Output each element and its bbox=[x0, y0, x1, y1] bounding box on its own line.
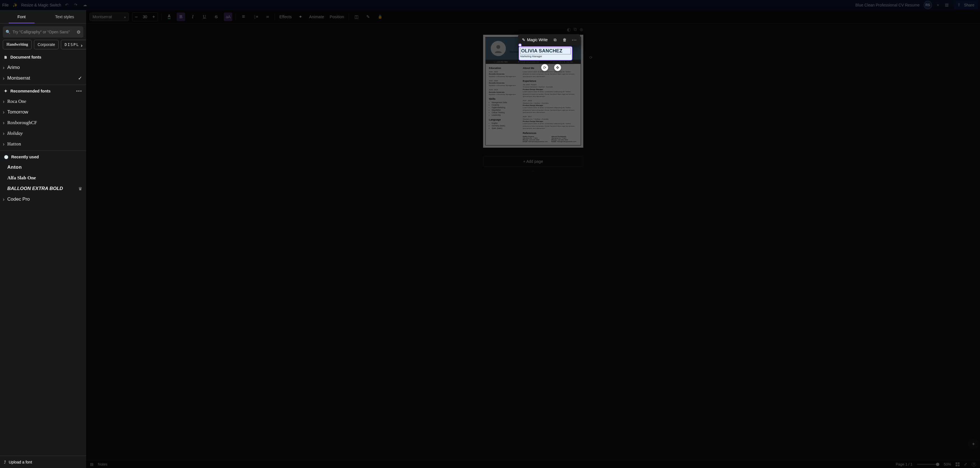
contact-address[interactable]: 123 Anywhere St., Any City bbox=[552, 61, 573, 63]
text-color-button[interactable] bbox=[165, 13, 173, 21]
fullscreen-icon[interactable] bbox=[964, 462, 967, 466]
zoom-knob[interactable] bbox=[936, 463, 939, 466]
transparency-button[interactable] bbox=[352, 13, 361, 21]
copy-style-button[interactable] bbox=[364, 13, 372, 21]
font-row[interactable]: RoxboroughCF bbox=[0, 117, 86, 128]
list-item[interactable]: Leadership bbox=[492, 114, 519, 116]
collapse-pages-icon[interactable]: ︿ bbox=[483, 168, 583, 173]
underline-button[interactable]: U bbox=[200, 13, 209, 21]
move-handle-button[interactable] bbox=[554, 64, 561, 71]
magic-write-button[interactable]: Magic Write bbox=[520, 38, 549, 42]
experience-entry[interactable]: 2015 - 2017 Wardiere Inc. I Sydney - Aus… bbox=[523, 116, 577, 130]
undo-icon[interactable] bbox=[65, 3, 70, 8]
list-item[interactable]: Germany (basic) bbox=[492, 125, 519, 127]
education-entry[interactable]: 2016 - 2020 Borcelle University Bachelor… bbox=[489, 79, 519, 87]
skills-list[interactable]: Management SkillsCreativityDigital Marke… bbox=[489, 102, 519, 116]
contact-email[interactable]: hello@reallygreatsite.com bbox=[520, 61, 539, 63]
insights-icon[interactable] bbox=[945, 3, 950, 8]
font-row[interactable]: Roca One bbox=[0, 96, 86, 107]
font-row[interactable]: Tomorrow bbox=[0, 107, 86, 117]
list-item[interactable]: Creativity bbox=[492, 104, 519, 106]
list-item[interactable]: Negotiation bbox=[492, 109, 519, 111]
document-title[interactable]: Blue Clean Professional CV Resume bbox=[856, 3, 920, 7]
font-row[interactable]: Alfa Slab One bbox=[0, 173, 86, 183]
list-item[interactable]: English bbox=[492, 122, 519, 124]
resume-avatar[interactable] bbox=[490, 41, 506, 56]
text-case-button[interactable]: aA bbox=[224, 13, 232, 21]
font-row[interactable]: Hatton bbox=[0, 139, 86, 149]
add-page-icon[interactable] bbox=[579, 27, 583, 32]
zoom-slider[interactable] bbox=[917, 464, 939, 465]
grid-view-icon[interactable] bbox=[956, 462, 959, 466]
expand-icon[interactable] bbox=[3, 197, 7, 202]
upload-font-button[interactable]: Upload a font bbox=[0, 456, 86, 468]
references-heading[interactable]: References bbox=[523, 132, 577, 135]
font-size-input[interactable] bbox=[140, 14, 150, 19]
expand-icon[interactable] bbox=[3, 65, 7, 71]
language-heading[interactable]: Language bbox=[489, 118, 519, 121]
font-row[interactable]: BALLOON EXTRA BOLD ♛ bbox=[0, 183, 86, 194]
bold-button[interactable]: B bbox=[177, 13, 185, 21]
skills-heading[interactable]: Skills bbox=[489, 98, 519, 100]
expand-icon[interactable] bbox=[3, 109, 7, 115]
expand-icon[interactable] bbox=[3, 131, 7, 136]
contact-phone[interactable]: +123-456-7890 bbox=[496, 61, 508, 63]
list-button[interactable] bbox=[251, 13, 259, 21]
education-entry[interactable]: 2014 - 2016 Borcelle University Bachelor… bbox=[489, 89, 519, 95]
font-family-select[interactable]: Montserrat bbox=[89, 13, 129, 21]
file-menu[interactable]: File bbox=[2, 3, 9, 7]
education-heading[interactable]: Education bbox=[489, 67, 519, 70]
experience-entry[interactable]: Jan 2022- Present Arowwai Industries I S… bbox=[523, 84, 577, 98]
invite-icon[interactable] bbox=[936, 3, 941, 8]
page-indicator[interactable]: Page 1 / 1 bbox=[896, 462, 912, 466]
experience-heading[interactable]: Experience bbox=[523, 79, 577, 82]
chip-display[interactable]: DISPLAY bbox=[61, 40, 89, 49]
font-row[interactable]: Montserrat ✓ bbox=[0, 73, 86, 84]
filter-icon[interactable] bbox=[76, 29, 81, 35]
cloud-sync-icon[interactable] bbox=[83, 3, 88, 8]
font-row[interactable]: Holiday bbox=[0, 128, 86, 139]
increase-size-button[interactable]: + bbox=[150, 13, 158, 21]
duplicate-icon[interactable] bbox=[551, 36, 559, 44]
list-item[interactable]: Critical Thinking bbox=[492, 111, 519, 114]
zoom-value[interactable]: 50% bbox=[944, 462, 951, 466]
expand-icon[interactable] bbox=[3, 75, 7, 81]
chips-next-icon[interactable] bbox=[79, 42, 84, 49]
font-search-input[interactable] bbox=[13, 30, 74, 34]
font-list-scroll[interactable]: Document fonts Arimo Montserrat ✓ Recomm… bbox=[0, 52, 86, 468]
resume-name-input[interactable]: OLIVIA SANCHEZ bbox=[520, 48, 571, 54]
font-row[interactable]: Arimo bbox=[0, 62, 86, 73]
refresh-icon[interactable] bbox=[589, 54, 593, 60]
chip-corporate[interactable]: Corporate bbox=[34, 40, 59, 49]
effects-button[interactable]: Effects bbox=[278, 14, 293, 19]
list-item[interactable]: Management Skills bbox=[492, 102, 519, 103]
help-icon[interactable] bbox=[972, 462, 976, 466]
rotate-handle-button[interactable] bbox=[541, 64, 548, 71]
notes-button[interactable]: Notes bbox=[98, 462, 107, 466]
expand-icon[interactable] bbox=[3, 120, 7, 126]
reference-entry[interactable]: Harumi Kobayashi Wardiere Inc. / CEO Pho… bbox=[551, 136, 577, 142]
duplicate-page-icon[interactable] bbox=[574, 27, 577, 32]
share-button[interactable]: Share bbox=[954, 1, 978, 9]
reference-entry[interactable]: Bailey Dupont Wardiere Inc. / CEO Phone:… bbox=[523, 136, 549, 142]
education-entry[interactable]: 2020 - 2023 Borcelle University Bachelor… bbox=[489, 71, 519, 78]
expand-icon[interactable] bbox=[3, 98, 7, 105]
experience-entry[interactable]: 2017 - 2019 Wardiere Inc. I Sydney - Aus… bbox=[523, 100, 577, 114]
font-row[interactable]: Codec Pro bbox=[0, 194, 86, 205]
alignment-button[interactable] bbox=[239, 13, 248, 21]
redo-icon[interactable] bbox=[74, 3, 79, 8]
chip-handwriting[interactable]: Handwriting bbox=[3, 40, 32, 49]
animate-button[interactable]: Animate bbox=[308, 14, 325, 19]
more-icon[interactable]: ••• bbox=[76, 89, 82, 93]
add-page-button[interactable]: + Add page bbox=[483, 156, 583, 167]
assistant-fab[interactable] bbox=[968, 439, 978, 449]
rotate-handle[interactable] bbox=[518, 43, 522, 47]
tab-text-styles[interactable]: Text styles bbox=[43, 10, 86, 23]
canvas-area[interactable]: Marketing Manager +123-456-7890 hello@re… bbox=[86, 24, 980, 460]
list-item[interactable]: Digital Marketing bbox=[492, 106, 519, 108]
about-body[interactable]: Lorem ipsum dolor sit amet, consectetur … bbox=[523, 71, 577, 78]
resize-magic-switch[interactable]: Resize & Magic Switch bbox=[21, 3, 61, 7]
position-button[interactable]: Position bbox=[328, 14, 345, 19]
language-list[interactable]: EnglishGermany (basic)Spain (basic) bbox=[489, 122, 519, 129]
delete-icon[interactable] bbox=[561, 36, 568, 44]
